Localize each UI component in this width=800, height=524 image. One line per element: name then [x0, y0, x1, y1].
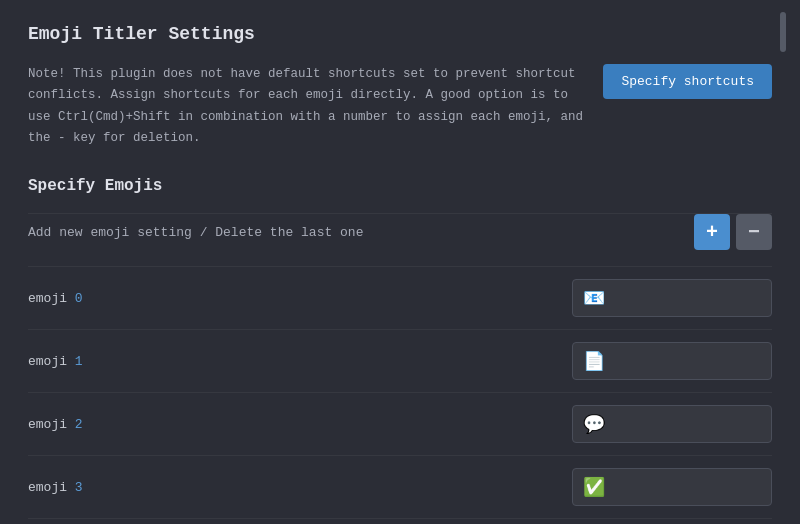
- emoji-input-box[interactable]: 📧: [572, 279, 772, 317]
- emoji-row: emoji 2💬: [28, 392, 772, 455]
- section-title: Specify Emojis: [28, 177, 772, 195]
- settings-container: Emoji Titler Settings Note! This plugin …: [0, 0, 800, 524]
- emoji-input-box[interactable]: ✅: [572, 468, 772, 506]
- notice-section: Note! This plugin does not have default …: [28, 64, 772, 149]
- emoji-input-box[interactable]: 📄: [572, 342, 772, 380]
- emoji-row: emoji 0📧: [28, 266, 772, 329]
- emoji-label: emoji 2: [28, 417, 83, 432]
- add-emoji-button[interactable]: +: [694, 214, 730, 250]
- specify-shortcuts-button[interactable]: Specify shortcuts: [603, 64, 772, 99]
- emoji-input-box[interactable]: 💬: [572, 405, 772, 443]
- page-title: Emoji Titler Settings: [28, 24, 772, 44]
- add-delete-label: Add new emoji setting / Delete the last …: [28, 225, 363, 240]
- add-delete-btn-group: + −: [694, 214, 772, 250]
- scrollbar[interactable]: [780, 12, 786, 52]
- emoji-controls-row: Add new emoji setting / Delete the last …: [28, 214, 772, 250]
- emoji-label: emoji 1: [28, 354, 83, 369]
- emoji-rows: emoji 0📧emoji 1📄emoji 2💬emoji 3✅emoji 4☠…: [28, 266, 772, 524]
- emoji-row: emoji 1📄: [28, 329, 772, 392]
- notice-text: Note! This plugin does not have default …: [28, 64, 583, 149]
- delete-emoji-button[interactable]: −: [736, 214, 772, 250]
- emoji-label: emoji 3: [28, 480, 83, 495]
- emoji-row: emoji 4☠️: [28, 518, 772, 524]
- emoji-label: emoji 0: [28, 291, 83, 306]
- emoji-row: emoji 3✅: [28, 455, 772, 518]
